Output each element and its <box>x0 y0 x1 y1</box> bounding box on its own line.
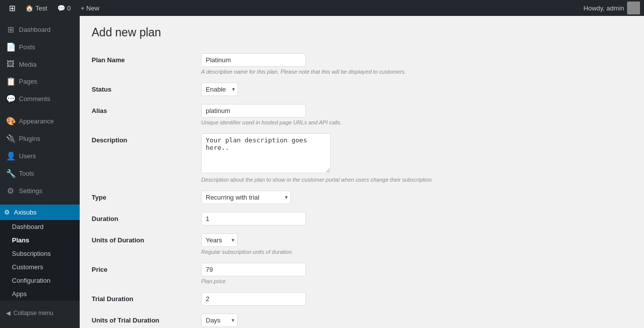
form-row-type: Type Recurring with trial Recurring One … <box>92 187 632 208</box>
trial-duration-label: Trial Duration <box>92 292 201 303</box>
plan-name-hint: A descriptive name for this plan. Please… <box>201 69 632 75</box>
alias-label: Alias <box>92 104 201 114</box>
ax-subscriptions-label: Subscriptions <box>12 250 51 257</box>
howdy-text: Howdy, admin <box>584 4 624 12</box>
new-content-button[interactable]: + New <box>76 0 104 16</box>
alias-hint: Unique identifier used in hosted page UR… <box>201 119 632 125</box>
new-label: + New <box>81 4 99 12</box>
form-row-duration: Duration <box>92 208 632 229</box>
sidebar-item-settings[interactable]: ⚙ Settings <box>0 182 80 200</box>
collapse-label: Collapse menu <box>13 310 53 317</box>
main-content: Add new plan Plan Name A descriptive nam… <box>80 16 644 328</box>
form-row-alias: Alias Unique identifier used in hosted p… <box>92 100 632 129</box>
alias-input[interactable] <box>201 104 306 117</box>
form-row-status: Status Enable Disable <box>92 79 632 100</box>
form-row-trial-duration: Trial Duration <box>92 288 632 310</box>
ax-plans-label: Plans <box>12 236 29 244</box>
form-row-plan-name: Plan Name A descriptive name for this pl… <box>92 49 632 79</box>
sidebar-item-users[interactable]: 👤 Users <box>0 147 80 165</box>
price-hint: Plan price <box>201 278 632 284</box>
posts-icon: 📄 <box>6 42 15 52</box>
units-trial-label: Units of Trial Duration <box>92 314 201 324</box>
sidebar-label: Pages <box>19 78 37 85</box>
trial-duration-input[interactable] <box>201 292 306 306</box>
comments-button[interactable]: 💬 0 <box>52 0 76 16</box>
ax-apps-label: Apps <box>12 290 27 298</box>
sidebar-item-ax-configuration[interactable]: Configuration <box>0 274 80 287</box>
type-select[interactable]: Recurring with trial Recurring One time <box>201 191 291 204</box>
settings-icon: ⚙ <box>6 186 15 196</box>
sidebar-item-plugins[interactable]: 🔌 Plugins <box>0 130 80 147</box>
price-input[interactable] <box>201 263 306 276</box>
plugins-icon: 🔌 <box>6 134 15 143</box>
sidebar-label: Appearance <box>19 117 54 125</box>
ax-dashboard-label: Dashboard <box>12 223 44 230</box>
avatar <box>627 1 640 14</box>
dashboard-icon: ⊞ <box>6 25 15 34</box>
collapse-icon: ◀ <box>6 310 10 317</box>
duration-field-wrapper <box>201 212 632 225</box>
sidebar-item-media[interactable]: 🖼 Media <box>0 56 80 73</box>
units-trial-field-wrapper: Days Weeks Months Years Regular subscrip… <box>201 314 632 328</box>
units-duration-select[interactable]: Days Weeks Months Years <box>201 233 238 247</box>
sidebar-item-posts[interactable]: 📄 Posts <box>0 38 80 56</box>
users-icon: 👤 <box>6 151 15 161</box>
media-icon: 🖼 <box>6 60 15 69</box>
site-name: Test <box>35 4 47 12</box>
axisubs-icon: ⚙ <box>4 209 10 216</box>
top-bar: ⊞ 🏠 Test 💬 0 + New Howdy, admin <box>0 0 644 16</box>
description-field-wrapper: Your plan description goes here.. Descri… <box>201 133 632 183</box>
top-bar-left: ⊞ 🏠 Test 💬 0 + New <box>4 0 104 16</box>
ax-configuration-label: Configuration <box>12 277 50 284</box>
sidebar-item-ax-plans[interactable]: Plans <box>0 233 80 247</box>
sidebar-label: Dashboard <box>19 26 51 33</box>
form-row-description: Description Your plan description goes h… <box>92 129 632 187</box>
type-select-wrapper: Recurring with trial Recurring One time <box>201 191 291 204</box>
top-bar-right: Howdy, admin <box>584 1 640 14</box>
price-field-wrapper: Plan price <box>201 263 632 284</box>
comment-icon: 💬 <box>57 4 65 12</box>
sidebar-item-ax-apps[interactable]: Apps <box>0 287 80 301</box>
collapse-menu-button[interactable]: ◀ Collapse menu <box>0 306 80 321</box>
status-field-wrapper: Enable Disable <box>201 83 632 96</box>
units-duration-label: Units of Duration <box>92 233 201 244</box>
alias-field-wrapper: Unique identifier used in hosted page UR… <box>201 104 632 125</box>
description-textarea[interactable]: Your plan description goes here.. <box>201 133 331 173</box>
type-label: Type <box>92 191 201 201</box>
sidebar-label: Users <box>19 152 36 160</box>
axisubs-label: Axisubs <box>14 209 37 216</box>
page-title: Add new plan <box>92 26 632 39</box>
plan-name-label: Plan Name <box>92 53 201 64</box>
form-row-price: Price Plan price <box>92 259 632 288</box>
sidebar-item-ax-subscriptions[interactable]: Subscriptions <box>0 247 80 260</box>
comments-icon: 💬 <box>6 94 15 104</box>
howdy-section[interactable]: Howdy, admin <box>584 1 640 14</box>
sidebar-item-appearance[interactable]: 🎨 Appearance <box>0 112 80 130</box>
wp-logo-button[interactable]: ⊞ <box>4 0 20 16</box>
sidebar-item-ax-customers[interactable]: Customers <box>0 260 80 274</box>
duration-label: Duration <box>92 212 201 222</box>
pages-icon: 📋 <box>6 77 15 86</box>
sidebar-label: Tools <box>19 170 34 177</box>
sidebar: ⊞ Dashboard 📄 Posts 🖼 Media 📋 Pages 💬 Co… <box>0 16 80 328</box>
units-trial-select[interactable]: Days Weeks Months Years <box>201 314 238 327</box>
sidebar-item-comments[interactable]: 💬 Comments <box>0 90 80 108</box>
sidebar-item-ax-dashboard[interactable]: Dashboard <box>0 220 80 233</box>
sidebar-item-pages[interactable]: 📋 Pages <box>0 73 80 90</box>
units-duration-hint: Regular subscription units of duration. <box>201 249 632 255</box>
sidebar-item-tools[interactable]: 🔧 Tools <box>0 165 80 182</box>
site-name-button[interactable]: 🏠 Test <box>20 0 52 16</box>
description-label: Description <box>92 133 201 144</box>
status-select-wrapper: Enable Disable <box>201 83 238 96</box>
status-select[interactable]: Enable Disable <box>201 83 238 96</box>
sidebar-label: Plugins <box>19 135 40 142</box>
sidebar-item-dashboard[interactable]: ⊞ Dashboard <box>0 21 80 38</box>
duration-input[interactable] <box>201 212 306 225</box>
axisubs-menu-header[interactable]: ⚙ Axisubs <box>0 205 80 220</box>
home-icon: 🏠 <box>25 4 33 12</box>
sidebar-label: Posts <box>19 43 35 51</box>
plan-name-input[interactable] <box>201 53 306 67</box>
comments-count: 0 <box>67 4 71 12</box>
wp-logo-icon: ⊞ <box>9 3 15 13</box>
description-hint: Description about the plan to show in th… <box>201 177 632 183</box>
